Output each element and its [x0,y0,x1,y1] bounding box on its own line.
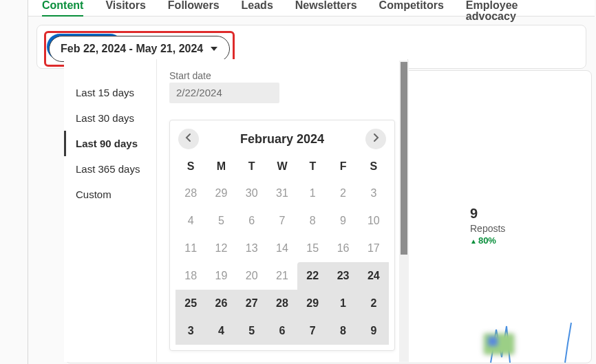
calendar-day[interactable]: 21 [267,262,297,290]
scrollbar-thumb[interactable] [401,62,407,255]
calendar-day[interactable]: 4 [206,317,236,345]
start-date-label: Start date [169,70,395,81]
calendar-header: February 2024 [175,129,389,153]
calendar-day[interactable]: 2 [359,290,389,317]
calendar-day[interactable]: 2 [328,180,358,207]
calendar-day[interactable]: 6 [237,207,267,235]
caret-down-icon [210,43,218,55]
calendar-day[interactable]: 6 [267,317,297,345]
weekday-header: S [175,153,206,180]
calendar-day[interactable]: 22 [297,262,328,290]
calendar-card: February 2024 SMTWTFS 282930311234567891… [169,120,395,351]
metric-value: 9 [470,206,505,222]
calendar-day[interactable]: 14 [267,235,297,262]
tab-newsletters[interactable]: Newsletters [295,0,357,15]
start-date-input[interactable]: 2/22/2024 [169,83,279,103]
calendar-grid: SMTWTFS 28293031123456789101112131415161… [175,153,389,345]
calendar-day[interactable]: 4 [175,207,206,235]
tab-visitors[interactable]: Visitors [105,0,145,15]
calendar-day[interactable]: 1 [297,180,328,207]
calendar-day[interactable]: 9 [328,207,358,235]
date-range-dropdown: Last 15 daysLast 30 daysLast 90 daysLast… [64,59,408,362]
calendar-day[interactable]: 29 [297,290,328,317]
calendar-column: Start date 2/22/2024 February 2024 [157,59,407,362]
weekday-header: M [206,153,236,180]
calendar-day[interactable]: 9 [359,317,389,345]
calendar-day[interactable]: 8 [328,317,358,345]
tabs-bar: ContentVisitorsFollowersLeadsNewsletters… [28,0,595,17]
tab-followers[interactable]: Followers [168,0,220,15]
calendar-day[interactable]: 8 [297,207,328,235]
dropdown-scrollbar[interactable] [399,61,409,362]
calendar-day[interactable]: 16 [328,235,358,262]
calendar-day[interactable]: 5 [206,207,236,235]
calendar-day[interactable]: 3 [359,180,389,207]
calendar-day[interactable]: 19 [206,262,236,290]
calendar-day[interactable]: 1 [328,290,358,317]
calendar-day[interactable]: 7 [267,207,297,235]
quick-range-last-90-days[interactable]: Last 90 days [64,131,156,156]
calendar-day[interactable]: 27 [237,290,267,317]
calendar-day[interactable]: 17 [359,235,389,262]
date-range-label: Feb 22, 2024 - May 21, 2024 [61,43,203,55]
calendar-day[interactable]: 28 [267,290,297,317]
quick-range-custom[interactable]: Custom [64,182,156,207]
calendar-day[interactable]: 28 [175,180,206,207]
weekday-header: T [237,153,267,180]
weekday-header: F [328,153,358,180]
calendar-day[interactable]: 23 [328,262,358,290]
calendar-day[interactable]: 13 [237,235,267,262]
metric-reposts: 9 Reposts 80% [470,206,505,246]
calendar-day[interactable]: 20 [237,262,267,290]
weekday-header: W [267,153,297,180]
calendar-day[interactable]: 3 [175,317,206,345]
tab-competitors[interactable]: Competitors [379,0,444,15]
calendar-title: February 2024 [240,132,324,147]
calendar-day[interactable]: 29 [206,180,236,207]
calendar-day[interactable]: 25 [175,290,206,317]
calendar-day[interactable]: 31 [267,180,297,207]
avatar-thumbnail [484,334,514,354]
tab-employee-advocacy[interactable]: Employee advocacy [466,0,559,26]
calendar-day[interactable]: 15 [297,235,328,262]
calendar-day[interactable]: 18 [175,262,206,290]
quick-range-last-30-days[interactable]: Last 30 days [64,105,156,131]
calendar-day[interactable]: 11 [175,235,206,262]
weekday-header: S [359,153,389,180]
metric-delta: 80% [470,235,505,246]
calendar-day[interactable]: 10 [359,207,389,235]
calendar-day[interactable]: 26 [206,290,236,317]
quick-range-last-15-days[interactable]: Last 15 days [64,80,156,105]
next-month-button[interactable] [365,129,386,149]
date-range-button[interactable]: Feb 22, 2024 - May 21, 2024 [49,36,230,62]
calendar-day[interactable]: 7 [297,317,328,345]
quick-range-last-365-days[interactable]: Last 365 days [64,156,156,182]
calendar-day[interactable]: 12 [206,235,236,262]
quick-range-list: Last 15 daysLast 30 daysLast 90 daysLast… [64,59,157,362]
calendar-day[interactable]: 30 [237,180,267,207]
tab-leads[interactable]: Leads [242,0,273,15]
tab-content[interactable]: Content [42,0,83,17]
weekday-header: T [297,153,328,180]
prev-month-button[interactable] [178,129,199,149]
calendar-day[interactable]: 24 [359,262,389,290]
calendar-day[interactable]: 5 [237,317,267,345]
metric-label: Reposts [470,223,505,234]
arrow-right-icon [371,133,381,145]
arrow-left-icon [184,133,193,145]
